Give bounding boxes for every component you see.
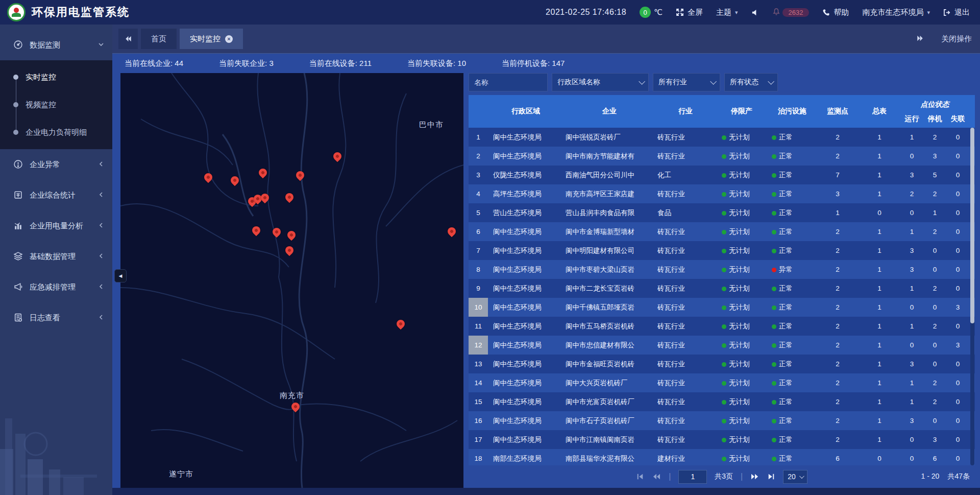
plan-text: 无计划 bbox=[729, 209, 750, 217]
map-panel[interactable]: 巴中市南充市遂宁市 ◀ bbox=[120, 73, 463, 488]
facility-text: 正常 bbox=[779, 133, 793, 141]
table-row[interactable]: 1阆中生态环境局阆中强锐页岩砖厂砖瓦行业无计划正常21120 bbox=[469, 128, 975, 147]
cell-running: 3 bbox=[900, 266, 923, 273]
table-row[interactable]: 13阆中生态环境局阆中市金福旺页岩机砖砖瓦行业无计划正常21300 bbox=[469, 355, 975, 373]
cell-disconnected: 0 bbox=[946, 455, 969, 462]
cell-disconnected: 0 bbox=[946, 209, 969, 217]
sidebar-item-1[interactable]: 企业异常 bbox=[0, 149, 112, 180]
chevron-left-icon bbox=[98, 253, 104, 261]
cell-disconnected: 0 bbox=[946, 266, 969, 273]
cell-stopped: 5 bbox=[923, 171, 946, 179]
cell-stopped: 0 bbox=[923, 303, 946, 311]
tab-首页[interactable]: 首页 bbox=[141, 29, 177, 49]
sidebar-subitem-0[interactable]: 实时监控 bbox=[0, 63, 112, 91]
previous-page-button[interactable] bbox=[652, 473, 661, 480]
stat-label: 当前停机设备: bbox=[502, 59, 552, 67]
notification-button[interactable]: 2632 bbox=[772, 8, 810, 17]
cell-total-meters: 1 bbox=[859, 266, 900, 273]
stat-value: 3 bbox=[269, 59, 273, 67]
org-dropdown[interactable]: 南充市生态环境局 ▾ bbox=[862, 8, 930, 17]
table-row[interactable]: 2阆中生态环境局阆中市南方节能建材有砖瓦行业无计划正常21030 bbox=[469, 147, 975, 166]
sidebar-item-data-monitoring[interactable]: 数据监测 bbox=[0, 30, 112, 60]
plan-text: 无计划 bbox=[729, 266, 750, 273]
table-row[interactable]: 4高坪生态环境局南充市高坪区王家店建砖瓦行业无计划正常31220 bbox=[469, 184, 975, 203]
sidebar-item-4[interactable]: 基础数据管理 bbox=[0, 241, 112, 272]
status-dot-icon bbox=[772, 268, 776, 272]
gauge-icon bbox=[13, 40, 23, 50]
industry-filter-select[interactable]: 所有行业 bbox=[653, 73, 720, 91]
enterprise-table: 行政区域企业行业停限产治污设施监测点总表点位状态运行停机失联 1阆中生态环境局阆… bbox=[469, 95, 975, 465]
row-index: 3 bbox=[469, 166, 488, 184]
help-label: 帮助 bbox=[834, 8, 849, 17]
scrollbar-thumb[interactable] bbox=[970, 128, 974, 323]
cell-plan-status: 无计划 bbox=[716, 454, 768, 463]
tabs-scroll-right-button[interactable] bbox=[916, 35, 924, 43]
row-index: 2 bbox=[469, 147, 488, 166]
table-scrollbar[interactable] bbox=[970, 128, 974, 465]
theme-dropdown[interactable]: 主题 ▾ bbox=[716, 8, 738, 17]
sidebar-submenu: 实时监控视频监控企业电力负荷明细 bbox=[0, 60, 112, 149]
row-index: 8 bbox=[469, 260, 488, 279]
cell-running: 1 bbox=[900, 133, 923, 141]
sidebar-item-label: 数据监测 bbox=[30, 40, 98, 50]
sidebar-subitem-label: 企业电力负荷明细 bbox=[26, 128, 87, 137]
next-page-button[interactable] bbox=[750, 473, 760, 480]
sidebar-item-5[interactable]: 应急减排管理 bbox=[0, 272, 112, 302]
cell-region: 仪陇生态环境局 bbox=[488, 171, 564, 180]
cell-monitor-points: 7 bbox=[817, 171, 859, 179]
table-row[interactable]: 14阆中生态环境局阆中大兴页岩机砖厂砖瓦行业无计划正常21120 bbox=[469, 373, 975, 392]
close-operations-button[interactable]: 关闭操作 bbox=[941, 34, 972, 44]
close-icon[interactable]: × bbox=[225, 35, 233, 43]
first-page-button[interactable] bbox=[636, 473, 644, 480]
col-header-region: 行政区域 bbox=[488, 95, 564, 128]
stat-item-4: 当前停机设备: 147 bbox=[502, 59, 565, 68]
sidebar-subitem-label: 实时监控 bbox=[26, 73, 56, 82]
table-row[interactable]: 18南部生态环境局南部县瑞华水泥有限公建材行业无计划正常60060 bbox=[469, 449, 975, 465]
cell-industry: 砖瓦行业 bbox=[655, 397, 716, 407]
table-row[interactable]: 9阆中生态环境局阆中市二龙长宝页岩砖砖瓦行业无计划正常21120 bbox=[469, 279, 975, 298]
temperature-unit: ℃ bbox=[654, 8, 663, 17]
sidebar-item-3[interactable]: 企业用电量分析 bbox=[0, 210, 112, 241]
cell-company: 阆中市江南镇阆南页岩 bbox=[564, 435, 655, 444]
sidebar-subitem-1[interactable]: 视频监控 bbox=[0, 91, 112, 119]
table-row[interactable]: 8阆中生态环境局阆中市枣碧大梁山页岩砖瓦行业无计划异常21300 bbox=[469, 260, 975, 279]
tab-实时监控[interactable]: 实时监控× bbox=[180, 29, 243, 49]
sidebar-subitem-2[interactable]: 企业电力负荷明细 bbox=[0, 119, 112, 146]
tabs-scroll-left-button[interactable] bbox=[118, 29, 138, 49]
table-row[interactable]: 10阆中生态环境局阆中千佛镇五郎垭页岩砖瓦行业无计划正常21003 bbox=[469, 298, 975, 317]
table-row[interactable]: 11阆中生态环境局阆中市五马桥页岩机砖砖瓦行业无计划正常21120 bbox=[469, 317, 975, 336]
table-row[interactable]: 17阆中生态环境局阆中市江南镇阆南页岩砖瓦行业无计划正常21030 bbox=[469, 430, 975, 449]
page-number-input[interactable] bbox=[678, 470, 707, 484]
sidebar-item-2[interactable]: 企业综合统计 bbox=[0, 180, 112, 210]
cell-monitor-points: 2 bbox=[817, 133, 859, 141]
table-row[interactable]: 5营山生态环境局营山县润丰肉食品有限食品无计划正常10010 bbox=[469, 203, 975, 222]
sidebar-item-6[interactable]: 日志查看 bbox=[0, 302, 112, 333]
region-filter-select[interactable]: 行政区域名称 bbox=[552, 73, 649, 91]
page-size-select[interactable]: 20 bbox=[783, 470, 807, 484]
facility-text: 正常 bbox=[779, 379, 793, 387]
col-header-points: 监测点 bbox=[817, 95, 859, 128]
fullscreen-button[interactable]: 全屏 bbox=[676, 8, 703, 17]
cell-plan-status: 无计划 bbox=[716, 360, 768, 369]
cell-running: 1 bbox=[900, 322, 923, 330]
cell-facility-status: 正常 bbox=[768, 397, 817, 407]
table-row[interactable]: 3仪陇生态环境局西南油气田分公司川中化工无计划正常71350 bbox=[469, 166, 975, 184]
mute-button[interactable] bbox=[751, 9, 759, 16]
cell-disconnected: 0 bbox=[946, 436, 969, 443]
status-filter-select[interactable]: 所有状态 bbox=[724, 73, 778, 91]
table-row[interactable]: 16阆中生态环境局阆中市石子页岩机砖厂砖瓦行业无计划正常21300 bbox=[469, 411, 975, 430]
logout-button[interactable]: 退出 bbox=[943, 8, 970, 17]
row-index: 15 bbox=[469, 392, 488, 411]
col-group-point-status: 点位状态运行停机失联 bbox=[900, 95, 969, 128]
last-page-button[interactable] bbox=[767, 473, 775, 480]
row-index: 11 bbox=[469, 317, 488, 336]
table-row[interactable]: 6阆中生态环境局阆中市金博瑞新型墙材砖瓦行业无计划正常21120 bbox=[469, 222, 975, 241]
name-filter-input[interactable] bbox=[469, 73, 548, 91]
help-button[interactable]: 帮助 bbox=[822, 8, 849, 17]
facility-text: 正常 bbox=[779, 152, 793, 160]
table-row[interactable]: 12阆中生态环境局阆中市忠信建材有限公砖瓦行业无计划正常21003 bbox=[469, 336, 975, 355]
map-collapse-toggle[interactable]: ◀ bbox=[114, 269, 127, 282]
cell-industry: 砖瓦行业 bbox=[655, 416, 716, 426]
table-row[interactable]: 15阆中生态环境局阆中市光富页岩机砖厂砖瓦行业无计划正常21120 bbox=[469, 392, 975, 411]
table-row[interactable]: 7阆中生态环境局阆中明阳建材有限公司砖瓦行业无计划正常21300 bbox=[469, 241, 975, 260]
